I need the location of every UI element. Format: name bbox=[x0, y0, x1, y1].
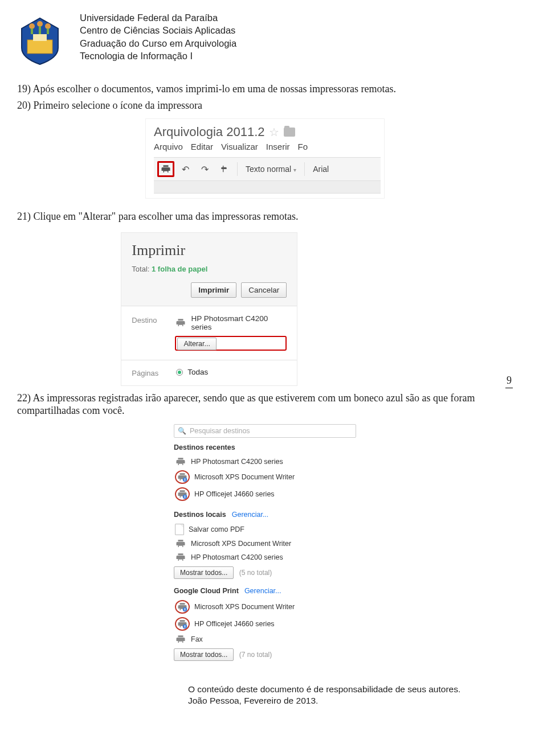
search-destinations-input[interactable]: 🔍 Pesquisar destinos bbox=[174, 424, 356, 438]
svg-point-4 bbox=[45, 23, 51, 29]
list-item-label: Microsoft XPS Document Writer bbox=[191, 540, 291, 548]
show-all-gcp-button[interactable]: Mostrar todos... bbox=[174, 648, 234, 661]
folder-icon[interactable] bbox=[284, 128, 295, 137]
list-item[interactable]: HP Photosmart C4200 series bbox=[174, 455, 356, 469]
print-button[interactable]: Imprimir bbox=[191, 282, 236, 298]
printer-icon bbox=[175, 634, 186, 644]
search-icon: 🔍 bbox=[178, 427, 186, 435]
header-line-2: Centro de Ciências Sociais Aplicadas bbox=[80, 24, 236, 36]
print-dialog-title: Imprimir bbox=[132, 242, 287, 259]
footer: O conteúdo deste documento é de responsa… bbox=[17, 684, 513, 708]
font-select-label: Arial bbox=[313, 165, 329, 174]
svg-point-8 bbox=[183, 477, 187, 482]
destination-name: HP Photosmart C4200 series bbox=[191, 314, 287, 331]
svg-rect-5 bbox=[31, 28, 33, 34]
svg-rect-6 bbox=[39, 26, 41, 34]
list-item[interactable]: HP Photosmart C4200 series bbox=[174, 550, 356, 564]
svg-rect-1 bbox=[33, 34, 47, 41]
shared-printer-icon bbox=[177, 619, 188, 629]
style-select-label: Texto normal bbox=[246, 165, 291, 174]
menu-arquivo[interactable]: Arquivo bbox=[154, 142, 183, 151]
shared-printer-icon bbox=[177, 472, 188, 482]
university-crest bbox=[17, 11, 63, 65]
list-item[interactable]: HP Officejet J4660 series bbox=[174, 615, 356, 632]
cancel-button[interactable]: Cancelar bbox=[241, 282, 287, 298]
section-local-destinations: Destinos locais bbox=[174, 511, 226, 519]
gcp-count: (7 no total) bbox=[239, 651, 272, 659]
svg-point-10 bbox=[183, 607, 187, 611]
page-number: 9 bbox=[505, 375, 513, 388]
svg-point-3 bbox=[37, 21, 43, 27]
header-line-1: Universidade Federal da Paraíba bbox=[80, 11, 236, 24]
figure-print-dialog: Imprimir Total: 1 folha de papel Imprimi… bbox=[121, 232, 297, 386]
header-line-4: Tecnologia de Informação I bbox=[80, 50, 236, 62]
star-icon[interactable]: ☆ bbox=[269, 125, 279, 139]
print-total-prefix: Total: bbox=[132, 265, 152, 273]
search-placeholder: Pesquisar destinos bbox=[190, 427, 250, 435]
manage-local-link[interactable]: Gerenciar... bbox=[232, 511, 269, 519]
doc-title: Arquivologia 2011.2 bbox=[154, 125, 264, 139]
list-item[interactable]: Fax bbox=[174, 632, 356, 646]
manage-gcp-link[interactable]: Gerenciar... bbox=[244, 587, 281, 595]
step-21: 21) Clique em "Alterar" para escolher um… bbox=[17, 210, 513, 223]
svg-rect-0 bbox=[27, 40, 52, 54]
list-item-label: HP Photosmart C4200 series bbox=[191, 458, 283, 466]
list-item[interactable]: Microsoft XPS Document Writer bbox=[174, 598, 356, 615]
list-item[interactable]: Salvar como PDF bbox=[174, 522, 356, 537]
destination-label: Destino bbox=[132, 314, 164, 324]
svg-point-11 bbox=[183, 624, 187, 628]
menu-visualizar[interactable]: Visualizar bbox=[221, 142, 258, 151]
radio-all-label: Todas bbox=[187, 368, 208, 376]
shared-printer-icon bbox=[177, 489, 188, 499]
header-line-3: Graduação do Curso em Arquivologia bbox=[80, 37, 236, 50]
header: Universidade Federal da Paraíba Centro d… bbox=[17, 11, 513, 65]
shared-highlight-circle bbox=[175, 470, 190, 484]
list-item-label: Microsoft XPS Document Writer bbox=[194, 603, 295, 611]
radio-all[interactable] bbox=[176, 369, 183, 376]
printer-icon bbox=[175, 457, 186, 467]
menu-formatar-cut[interactable]: Fo bbox=[298, 142, 308, 151]
footer-line-2: João Pessoa, Fevereiro de 2013. bbox=[188, 695, 513, 707]
list-item[interactable]: Microsoft XPS Document Writer bbox=[174, 537, 356, 550]
step-19: 19) Após escolher o documentos, vamos im… bbox=[17, 83, 513, 96]
shared-printer-icon bbox=[177, 602, 188, 612]
style-select[interactable]: Texto normal▾ bbox=[242, 165, 300, 174]
list-item[interactable]: HP Officejet J4660 series bbox=[174, 486, 356, 503]
printer-icon bbox=[175, 539, 186, 549]
shared-highlight-circle bbox=[175, 617, 190, 631]
figure-docs-toolbar: Arquivologia 2011.2 ☆ Arquivo Editar Vis… bbox=[145, 118, 385, 199]
menu-editar[interactable]: Editar bbox=[191, 142, 213, 151]
paint-format-icon[interactable] bbox=[215, 161, 232, 177]
list-item-label: HP Photosmart C4200 series bbox=[191, 553, 283, 561]
footer-line-1: O conteúdo deste documento é de responsa… bbox=[188, 684, 513, 696]
save-pdf-icon bbox=[175, 524, 184, 535]
font-select[interactable]: Arial bbox=[309, 165, 332, 174]
undo-icon[interactable]: ↶ bbox=[177, 161, 194, 177]
redo-icon[interactable]: ↷ bbox=[196, 161, 213, 177]
shared-highlight-circle bbox=[175, 600, 190, 614]
change-button[interactable]: Alterar... bbox=[177, 338, 217, 350]
figure-destinations-list: 🔍 Pesquisar destinos Destinos recentes H… bbox=[174, 424, 356, 661]
list-item-label: Fax bbox=[191, 635, 203, 643]
list-item[interactable]: Microsoft XPS Document Writer bbox=[174, 469, 356, 486]
header-text: Universidade Federal da Paraíba Centro d… bbox=[80, 11, 236, 62]
change-button-highlight: Alterar... bbox=[175, 336, 287, 351]
show-all-local-button[interactable]: Mostrar todos... bbox=[174, 566, 234, 579]
menu-inserir[interactable]: Inserir bbox=[266, 142, 290, 151]
list-item-label: Microsoft XPS Document Writer bbox=[194, 473, 295, 481]
printer-icon bbox=[175, 552, 186, 562]
print-total-value: 1 folha de papel bbox=[152, 265, 207, 273]
section-google-cloud-print: Google Cloud Print bbox=[174, 587, 239, 595]
list-item-label: HP Officejet J4660 series bbox=[194, 620, 275, 628]
printer-icon bbox=[175, 318, 186, 328]
print-icon[interactable] bbox=[157, 161, 174, 177]
step-22: 22) As impressoras registradas irão apar… bbox=[17, 392, 513, 417]
print-total: Total: 1 folha de papel bbox=[132, 265, 287, 273]
list-item-label: Salvar como PDF bbox=[189, 525, 244, 533]
svg-point-2 bbox=[29, 23, 35, 29]
shared-highlight-circle bbox=[175, 487, 190, 501]
svg-point-9 bbox=[183, 494, 187, 499]
local-count: (5 no total) bbox=[239, 569, 272, 577]
section-recent-destinations: Destinos recentes bbox=[174, 443, 356, 451]
pages-label: Páginas bbox=[132, 367, 165, 377]
